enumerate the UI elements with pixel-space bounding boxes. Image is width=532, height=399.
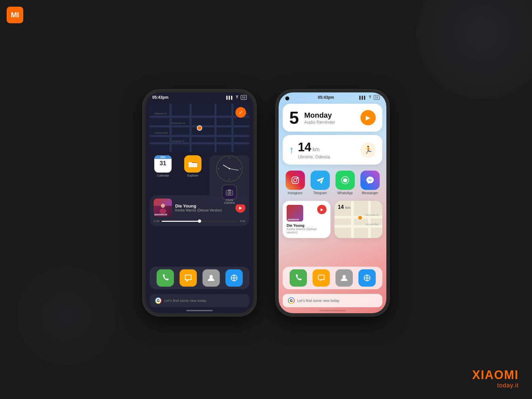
clock-face <box>216 155 243 182</box>
steps-direction-icon: ↑ <box>289 145 294 155</box>
brand-sub: today.it <box>472 382 519 389</box>
dark-app-grid: 2021 31 Calendar <box>150 155 249 192</box>
map-location-dot <box>197 125 202 131</box>
light-dock <box>283 267 382 289</box>
light-music-widget: WARRIOR ▶ Die Young Kesha Warrior (Delux… <box>283 201 331 238</box>
progress-bar <box>162 221 238 222</box>
light-app-row: Instagram Telegram <box>283 168 382 198</box>
light-phone-screen: 05:43pm ▌▌▌ 53 5 Monday Audio Reminder <box>279 92 386 313</box>
dock-browser-light[interactable] <box>358 269 376 287</box>
music-time-current: 1:30 <box>154 219 160 223</box>
light-search-text: Let's find some new today <box>297 299 339 303</box>
dark-phone-screen: 05:43pm ▌▌▌ 53 <box>146 92 253 313</box>
svg-point-13 <box>294 179 297 182</box>
dock-contacts-dark[interactable] <box>202 269 220 287</box>
xiaomi-brand: XIAOMI today.it <box>472 368 519 389</box>
svg-point-7 <box>161 204 165 208</box>
svg-point-5 <box>228 192 230 194</box>
messenger-label: Messanger <box>362 191 378 195</box>
explorer-label: Explorer <box>187 174 199 177</box>
dark-home-indicator <box>186 310 213 311</box>
light-bottom-widgets: WARRIOR ▶ Die Young Kesha Warrior (Delux… <box>283 201 382 238</box>
instagram-label: Instagram <box>288 191 302 195</box>
dark-search-bar[interactable]: G Let's find some new today <box>150 294 249 307</box>
music-info: Die Young Kesha Warrior (Deluxe Version) <box>175 203 232 212</box>
telegram-label: Telegram <box>313 191 327 195</box>
clock-widget: Camera Clock <box>209 155 249 204</box>
light-wifi-icon <box>368 95 372 99</box>
light-battery-icon: 53 <box>374 95 380 100</box>
phone-light: 05:43pm ▌▌▌ 53 5 Monday Audio Reminder <box>276 90 389 316</box>
light-home-indicator <box>319 310 346 311</box>
svg-point-14 <box>297 178 298 179</box>
calendar-date: 31 <box>160 159 166 168</box>
telegram-icon[interactable]: Telegram <box>311 171 330 195</box>
light-signal-icon: ▌▌▌ <box>359 96 366 99</box>
google-logo-light: G <box>288 297 295 304</box>
dark-map-widget: Balzarea St Clarendon St Ventura Blvd Co… <box>150 104 249 152</box>
calendar-day-number: 5 <box>289 109 299 126</box>
light-status-time: 05:43pm <box>318 95 334 100</box>
whatsapp-label: WhatsApp <box>337 191 352 195</box>
light-map-distance: 14 km <box>338 204 350 210</box>
wifi-icon <box>235 95 239 99</box>
calendar-label: Calendar <box>157 174 169 177</box>
light-status-bar: 05:43pm ▌▌▌ 53 <box>279 92 386 101</box>
dark-dock <box>150 267 249 289</box>
calendar-icon[interactable]: 2021 31 Calendar <box>150 155 176 177</box>
calendar-reminder: Audio Reminder <box>304 120 355 125</box>
light-music-title: Die Young <box>287 223 327 227</box>
steps-unit: km <box>313 147 320 152</box>
whatsapp-icon[interactable]: WhatsApp <box>335 171 355 195</box>
dark-status-time: 05:43pm <box>152 95 169 100</box>
light-music-play-button[interactable]: ▶ <box>317 205 327 214</box>
light-steps-widget: ↑ 14km Ukraine, Odessa 🏃 <box>283 135 382 165</box>
light-status-icons: ▌▌▌ 53 <box>359 95 380 100</box>
light-music-artist: Kesha Warrior (Deluxe Version) <box>287 227 327 234</box>
calendar-play-button[interactable]: ▶ <box>360 110 376 125</box>
svg-point-10 <box>209 275 213 278</box>
steps-run-icon: 🏃 <box>360 142 376 158</box>
svg-rect-16 <box>318 275 324 280</box>
messenger-icon[interactable]: Messanger <box>360 171 380 195</box>
svg-point-8 <box>160 208 166 214</box>
steps-distance: 14 <box>298 140 311 154</box>
calendar-year: 2021 <box>154 155 172 159</box>
calendar-day-name: Monday <box>304 111 355 120</box>
phone-dark: 05:43pm ▌▌▌ 53 <box>143 90 256 316</box>
light-map-widget: Clarendon St Ventura Blvd 14 km <box>334 201 382 238</box>
light-music-album: WARRIOR <box>287 205 303 221</box>
mi-logo: MI <box>7 7 23 23</box>
dock-contacts-light[interactable] <box>335 269 353 287</box>
light-content: 5 Monday Audio Reminder ▶ ↑ 14km Ukraine… <box>279 101 386 310</box>
steps-location: Ukraine, Odessa <box>298 154 356 159</box>
dock-browser-dark[interactable] <box>225 269 243 287</box>
google-logo-dark: G <box>155 297 162 304</box>
dark-status-icons: ▌▌▌ 53 <box>226 95 247 100</box>
music-time-total: 3:00 <box>239 219 245 223</box>
dock-phone-dark[interactable] <box>157 269 174 287</box>
map-expand-button[interactable]: ⤢ <box>235 107 246 118</box>
svg-point-17 <box>342 275 346 278</box>
light-search-bar[interactable]: G Let's find some new today <box>283 294 382 307</box>
calendar-day-info: Monday Audio Reminder <box>304 111 355 125</box>
dark-status-bar: 05:43pm ▌▌▌ 53 <box>146 92 253 101</box>
svg-rect-9 <box>185 275 191 280</box>
explorer-icon[interactable]: Explorer <box>180 155 206 177</box>
svg-rect-6 <box>228 190 231 191</box>
clock-label: Clock <box>226 199 233 202</box>
dark-content: Balzarea St Clarendon St Ventura Blvd Co… <box>146 101 253 310</box>
dock-messages-dark[interactable] <box>180 269 197 287</box>
dock-phone-light[interactable] <box>290 269 307 287</box>
dark-search-text: Let's find some new today <box>164 299 206 303</box>
music-artist: Kesha Warrior (Deluxe Version) <box>175 208 232 212</box>
music-progress: 1:30 3:00 <box>154 219 245 223</box>
battery-icon: 53 <box>241 95 247 100</box>
instagram-icon[interactable]: Instagram <box>286 171 305 195</box>
steps-info: 14km Ukraine, Odessa <box>298 140 356 159</box>
brand-name: XIAOMI <box>472 368 519 382</box>
dock-messages-light[interactable] <box>313 269 330 287</box>
music-album-art: WARRIOR <box>154 199 172 217</box>
light-calendar-widget: 5 Monday Audio Reminder ▶ <box>283 104 382 132</box>
svg-rect-2 <box>189 162 192 164</box>
